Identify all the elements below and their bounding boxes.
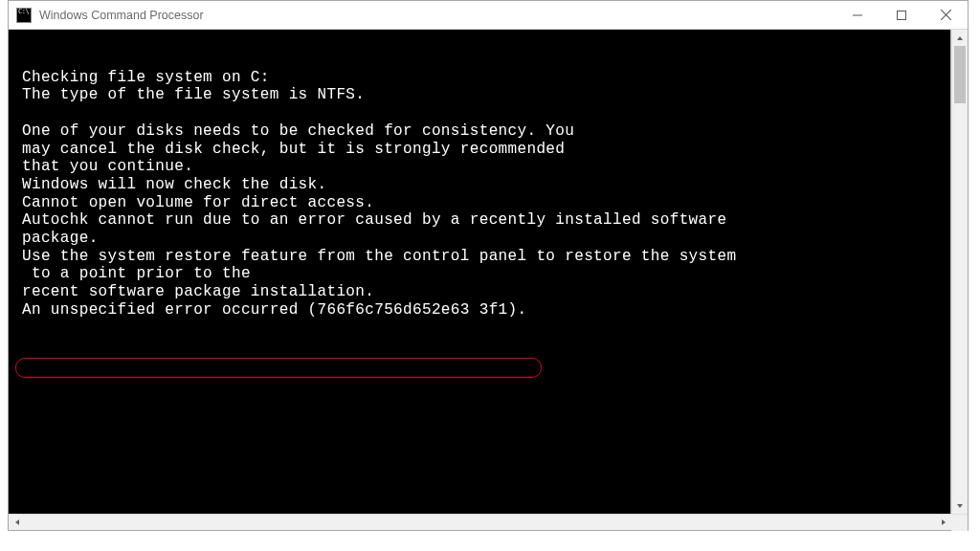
scroll-up-button[interactable] xyxy=(952,30,968,46)
scroll-down-button[interactable] xyxy=(952,497,968,514)
vertical-scroll-thumb[interactable] xyxy=(954,46,966,103)
vertical-scrollbar[interactable] xyxy=(951,30,968,514)
scroll-left-button[interactable] xyxy=(9,515,25,530)
horizontal-scroll-thumb[interactable] xyxy=(25,517,935,528)
svg-marker-3 xyxy=(15,519,19,525)
titlebar[interactable]: Windows Command Processor xyxy=(9,1,968,30)
horizontal-scrollbar[interactable] xyxy=(9,514,968,530)
console-row: Checking file system on C: The type of t… xyxy=(9,30,968,514)
svg-rect-0 xyxy=(898,11,906,19)
scrollbar-corner xyxy=(951,515,968,531)
window-title: Windows Command Processor xyxy=(39,9,835,22)
command-processor-window: Windows Command Processor Checking file … xyxy=(8,0,969,531)
window-controls xyxy=(835,1,968,29)
svg-marker-4 xyxy=(942,519,946,525)
maximize-button[interactable] xyxy=(880,1,924,29)
console-output[interactable]: Checking file system on C: The type of t… xyxy=(9,30,951,514)
scroll-right-button[interactable] xyxy=(935,515,951,530)
error-highlight-annotation xyxy=(15,358,542,378)
svg-marker-2 xyxy=(957,504,963,508)
cmd-icon xyxy=(16,8,32,23)
client-area: Checking file system on C: The type of t… xyxy=(9,30,968,530)
minimize-button[interactable] xyxy=(835,1,880,29)
vertical-scroll-track[interactable] xyxy=(952,46,968,497)
svg-marker-1 xyxy=(957,36,963,40)
horizontal-scroll-track[interactable] xyxy=(25,515,935,530)
close-button[interactable] xyxy=(924,1,968,29)
console-text: Checking file system on C: The type of t… xyxy=(9,30,950,325)
